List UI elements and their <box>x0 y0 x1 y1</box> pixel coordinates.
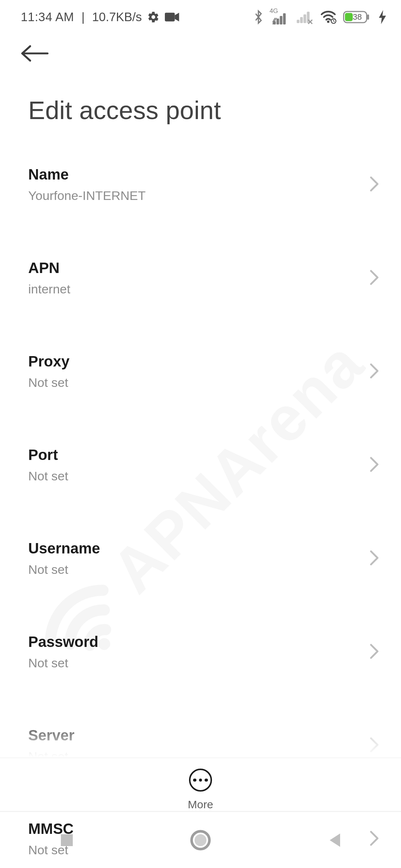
wifi-icon <box>320 10 336 24</box>
chevron-right-icon <box>369 176 379 192</box>
nav-back-button[interactable] <box>267 832 401 848</box>
nav-home-button[interactable] <box>134 830 267 851</box>
row-username[interactable]: Username Not set <box>20 525 381 591</box>
page-title: Edit access point <box>28 96 381 125</box>
row-name[interactable]: Name Yourfone-INTERNET <box>20 151 381 217</box>
bottom-toolbar: More <box>0 757 401 811</box>
battery-indicator: 38 <box>343 10 372 24</box>
chevron-right-icon <box>369 737 379 753</box>
svg-point-20 <box>195 834 206 846</box>
svg-rect-15 <box>367 14 369 20</box>
row-value: Yourfone-INTERNET <box>28 188 351 203</box>
more-label: More <box>188 798 213 811</box>
camera-icon <box>165 12 180 22</box>
chevron-right-icon <box>369 363 379 379</box>
svg-rect-16 <box>345 13 353 21</box>
svg-rect-4 <box>280 16 282 24</box>
more-button[interactable] <box>189 769 212 792</box>
svg-rect-6 <box>297 20 299 23</box>
svg-rect-8 <box>303 14 306 23</box>
chevron-right-icon <box>369 456 379 473</box>
row-password[interactable]: Password Not set <box>20 618 381 685</box>
svg-rect-5 <box>283 13 286 24</box>
status-time: 11:34 AM <box>21 10 74 24</box>
chevron-right-icon <box>369 550 379 566</box>
svg-rect-1 <box>165 13 175 21</box>
row-proxy[interactable]: Proxy Not set <box>20 338 381 404</box>
row-label: Proxy <box>28 352 351 370</box>
nav-recent-button[interactable] <box>0 833 134 848</box>
row-value: Not set <box>28 469 351 483</box>
row-apn[interactable]: APN internet <box>20 244 381 311</box>
row-label: Port <box>28 446 351 464</box>
svg-rect-18 <box>61 834 73 846</box>
row-label: Name <box>28 165 351 183</box>
svg-rect-3 <box>277 19 279 24</box>
row-label: APN <box>28 259 351 277</box>
signal-sim1-icon <box>273 13 290 24</box>
back-arrow-icon[interactable] <box>20 43 49 64</box>
chevron-right-icon <box>369 643 379 660</box>
row-value: internet <box>28 282 351 296</box>
row-value: Not set <box>28 656 351 670</box>
row-value: Not set <box>28 375 351 390</box>
row-label: Server <box>28 726 351 744</box>
svg-point-12 <box>327 20 329 23</box>
svg-rect-7 <box>300 17 303 23</box>
status-bar: 11:34 AM | 10.7KB/s 4G 38 <box>0 0 401 34</box>
system-nav-bar <box>0 811 401 868</box>
row-label: Username <box>28 539 351 557</box>
bluetooth-icon <box>253 10 264 24</box>
chevron-right-icon <box>369 269 379 286</box>
row-port[interactable]: Port Not set <box>20 431 381 498</box>
status-data-rate: 10.7KB/s <box>92 10 142 24</box>
row-value: Not set <box>28 562 351 577</box>
row-label: Password <box>28 633 351 651</box>
charging-icon <box>379 10 386 24</box>
gear-icon <box>147 11 160 23</box>
signal-sim2-icon <box>296 10 313 24</box>
